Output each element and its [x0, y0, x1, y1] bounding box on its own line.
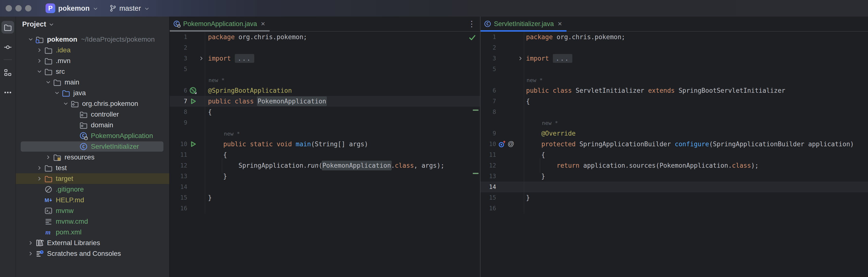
project-panel-header[interactable]: Project — [16, 16, 169, 32]
tree-item-pokemon[interactable]: pokemon~/IdeaProjects/pokemon — [16, 34, 169, 45]
close-icon[interactable]: ✕ — [557, 21, 562, 27]
code-line-13[interactable]: 13 } — [480, 171, 868, 182]
code-line-11[interactable]: 11 { — [480, 149, 868, 160]
code-line-6[interactable]: 6public class ServletInitializer extends… — [480, 85, 868, 96]
kebab-menu-icon[interactable]: ⋮ — [468, 16, 476, 31]
code-line-16[interactable]: 16 — [480, 203, 868, 214]
code-vision-inlay-row[interactable]: new * — [170, 128, 480, 139]
tab-servletinitializer-java[interactable]: C ServletInitializer.java ✕ — [480, 16, 566, 31]
code-line-11[interactable]: 11 { — [170, 149, 480, 160]
tree-item-test[interactable]: test — [16, 163, 169, 173]
code-line-12[interactable]: 12 SpringApplication.run(PokemonApplicat… — [170, 160, 480, 171]
chevron-right-icon[interactable] — [35, 47, 44, 53]
close-icon[interactable]: ✕ — [260, 21, 265, 27]
code-line-1[interactable]: 1package org.chris.pokemon; — [170, 32, 480, 42]
tree-item-src[interactable]: src — [16, 66, 169, 77]
tree-item-external-libraries[interactable]: External Libraries — [16, 238, 169, 248]
vcs-branch-widget[interactable]: master — [107, 2, 152, 14]
code-line-5[interactable]: 5 — [480, 64, 868, 74]
folded-imports-region[interactable]: ... — [553, 54, 572, 63]
window-zoom-button[interactable] — [25, 5, 31, 11]
tree-item-domain[interactable]: domain — [16, 120, 169, 131]
chevron-down-icon[interactable] — [61, 101, 71, 107]
activity-bar-item-more-tool-windows[interactable] — [1, 86, 14, 99]
chevron-right-icon[interactable] — [35, 176, 44, 182]
code-line-9[interactable]: 9 @Override — [480, 128, 868, 139]
code-line-1[interactable]: 1package org.chris.pokemon; — [480, 32, 868, 42]
code-editor-servletinitializer[interactable]: 1package org.chris.pokemon;23import ...5… — [480, 32, 868, 214]
gutter — [496, 128, 524, 139]
tree-item-servletinitializer[interactable]: CServletInitializer — [16, 141, 169, 152]
run-icon[interactable] — [189, 97, 197, 105]
code-line-8[interactable]: 8{ — [170, 107, 480, 117]
code-line-5[interactable]: 5 — [170, 64, 480, 74]
code-vision-author-inlay[interactable]: new * — [209, 77, 224, 83]
run-icon[interactable] — [189, 140, 197, 148]
code-line-15[interactable]: 15} — [480, 192, 868, 203]
spring-boot-icon[interactable] — [189, 86, 197, 95]
code-line-10[interactable]: 10 public static void main(String[] args… — [170, 139, 480, 149]
tree-item-help-md[interactable]: MHELP.md — [16, 195, 169, 205]
code-line-2[interactable]: 2 — [170, 42, 480, 53]
chevron-down-icon[interactable] — [43, 79, 53, 85]
code-line-16[interactable]: 16 — [170, 203, 480, 214]
chevron-right-icon[interactable] — [35, 165, 44, 171]
code-vision-author-inlay[interactable]: new * — [527, 77, 542, 83]
annotated-icon[interactable]: @ — [507, 140, 515, 148]
tree-item--mvn[interactable]: .mvn — [16, 56, 169, 66]
project-widget[interactable]: P pokemon — [43, 2, 100, 14]
code-line-10[interactable]: 10@ protected SpringApplicationBuilder c… — [480, 139, 868, 149]
code-line-14[interactable]: 14 — [170, 182, 480, 192]
chevron-right-icon[interactable] — [35, 58, 44, 64]
activity-bar-item-structure[interactable] — [1, 66, 14, 79]
code-line-8[interactable]: 8 — [480, 107, 868, 117]
chevron-right-icon[interactable] — [26, 251, 36, 256]
folder-icon — [44, 164, 53, 172]
chevron-down-icon[interactable] — [35, 69, 44, 74]
code-line-9[interactable]: 9 — [170, 117, 480, 128]
chevron-down-icon[interactable] — [26, 36, 36, 42]
fold-chevron-icon[interactable] — [518, 56, 523, 61]
code-line-6[interactable]: 6@SpringBootApplication — [170, 85, 480, 96]
tree-item-org-chris-pokemon[interactable]: org.chris.pokemon — [16, 98, 169, 109]
tree-item-java[interactable]: java — [16, 88, 169, 98]
code-editor-pokemonapplication[interactable]: 1package org.chris.pokemon;23import ...5… — [170, 32, 480, 214]
overrides-method-icon[interactable] — [498, 140, 506, 148]
code-line-3[interactable]: 3import ... — [480, 53, 868, 64]
fold-chevron-icon[interactable] — [198, 56, 204, 61]
code-vision-inlay-row[interactable]: new * — [480, 74, 868, 85]
activity-bar-item-commit[interactable] — [1, 41, 14, 54]
window-minimize-button[interactable] — [16, 5, 22, 11]
tree-item-scratches-and-consoles[interactable]: Scratches and Consoles — [16, 248, 169, 259]
code-line-3[interactable]: 3import ... — [170, 53, 480, 64]
folded-imports-region[interactable]: ... — [235, 54, 254, 63]
window-close-button[interactable] — [6, 5, 12, 11]
code-vision-inlay-row[interactable]: new * — [480, 117, 868, 128]
tree-item-pokemonapplication[interactable]: CPokemonApplication — [16, 131, 169, 141]
code-line-7[interactable]: 7{ — [480, 96, 868, 107]
code-line-15[interactable]: 15} — [170, 192, 480, 203]
tree-item-mvnw[interactable]: mvnw — [16, 205, 169, 216]
tree-item--idea[interactable]: .idea — [16, 45, 169, 56]
code-vision-author-inlay[interactable]: new * — [224, 131, 240, 137]
code-line-2[interactable]: 2 — [480, 42, 868, 53]
code-vision-inlay-row[interactable]: new * — [170, 74, 480, 85]
tree-item-target[interactable]: target — [16, 173, 169, 184]
activity-bar-item-project[interactable] — [1, 21, 14, 34]
chevron-right-icon[interactable] — [43, 154, 53, 160]
code-vision-author-inlay[interactable]: new * — [542, 120, 558, 126]
tree-item--gitignore[interactable]: .gitignore — [16, 184, 169, 195]
code-line-12[interactable]: 12 return application.sources(PokemonApp… — [480, 160, 868, 171]
code-line-7[interactable]: 7public class PokemonApplication — [170, 96, 480, 107]
tree-item-resources[interactable]: resources — [16, 152, 169, 163]
chevron-down-icon[interactable] — [52, 90, 62, 96]
tree-item-controller[interactable]: controller — [16, 109, 169, 120]
tab-pokemonapplication-java[interactable]: C PokemonApplication.java ✕ — [170, 16, 270, 31]
chevron-right-icon[interactable] — [26, 240, 36, 246]
tree-item-pom-xml[interactable]: mpom.xml — [16, 227, 169, 238]
code-line-13[interactable]: 13 } — [170, 171, 480, 182]
tree-item-main[interactable]: main — [16, 77, 169, 88]
tree-item-mvnw-cmd[interactable]: mvnw.cmd — [16, 216, 169, 227]
tree-item-label: .gitignore — [56, 185, 84, 193]
code-line-14[interactable]: 14 — [480, 182, 868, 192]
